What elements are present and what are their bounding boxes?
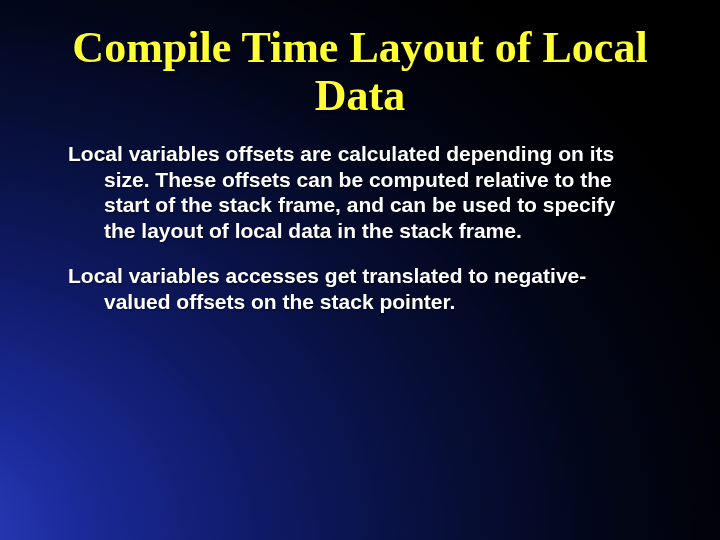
- slide-container: Compile Time Layout of Local Data Local …: [0, 0, 720, 540]
- slide-title: Compile Time Layout of Local Data: [60, 24, 660, 119]
- slide-paragraph-2: Local variables accesses get translated …: [68, 263, 652, 314]
- slide-paragraph-1: Local variables offsets are calculated d…: [68, 141, 652, 243]
